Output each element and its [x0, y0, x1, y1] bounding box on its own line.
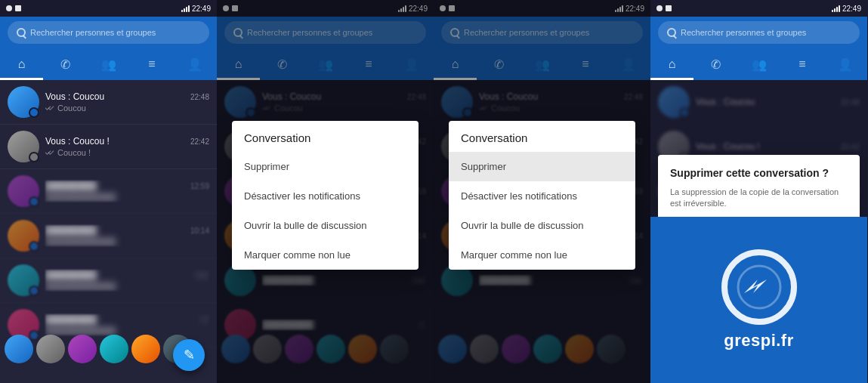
logo-circle [721, 249, 797, 325]
avatar-3 [8, 175, 39, 207]
search-placeholder-1: Rechercher personnes et groupes [30, 28, 156, 37]
menu-item-delete-2[interactable]: Supprimer [232, 152, 419, 181]
conv-name-6: ████████ [45, 314, 97, 325]
conv-time-4: 10:14 [190, 227, 209, 235]
time-4: 22:49 [842, 5, 861, 13]
menu-item-unread-3[interactable]: Marquer comme non lue [449, 240, 635, 270]
menu-item-notif-2[interactable]: Désactiver les notifications [232, 181, 419, 211]
dot-icon-1 [6, 5, 12, 11]
list-item: ████████ 10:14 ████████████ [0, 214, 217, 258]
avatar-2 [8, 131, 39, 162]
menu-item-unread-2[interactable]: Marquer comme non lue [232, 240, 419, 270]
avatar-badge-3 [29, 196, 39, 207]
mini-avatar-2 [36, 335, 65, 363]
conv-top-2: Vous : Coucou ! 22:42 [45, 136, 209, 147]
conv-top-4: ████████ 10:14 [45, 225, 209, 236]
conv-content-4: ████████ 10:14 ████████████ [45, 225, 209, 246]
dot-icon-7 [656, 5, 663, 11]
conv-name-5: ████████ [45, 270, 97, 280]
conv-msg-5: ████████████ [45, 282, 209, 291]
conv-name-1: Vous : Coucou [45, 91, 104, 102]
conv-name-2: Vous : Coucou ! [45, 136, 110, 147]
dot-icon-2 [15, 5, 21, 11]
search-input-4[interactable]: Rechercher personnes et groupes [658, 21, 860, 44]
mini-avatar-1 [5, 335, 33, 363]
conv-name-4: ████████ [45, 225, 97, 236]
conv-content-3: ████████ 12:59 ████████████ [45, 181, 209, 202]
conv-time-2: 22:42 [190, 137, 209, 146]
home-icon-4: ⌂ [669, 57, 676, 71]
avatar-badge-2 [29, 152, 39, 162]
tab-menu-4[interactable]: ≡ [780, 48, 823, 80]
tab-people-1[interactable]: 👥 [87, 48, 130, 80]
fab-button-1[interactable]: ✎ [173, 339, 205, 371]
avatar-5 [8, 264, 39, 296]
confirm-title-4: Supprimer cette conversation ? [670, 167, 848, 179]
avatar-4 [8, 220, 39, 252]
conv-msg-4: ████████████ [45, 237, 209, 246]
search-bar-4[interactable]: Rechercher personnes et groupes [650, 17, 867, 48]
conv-time-5: Hier [196, 271, 209, 280]
context-menu-3: Conversation Supprimer Désactiver les no… [449, 121, 635, 270]
search-bar-1[interactable]: Rechercher personnes et groupes [0, 17, 217, 48]
check-icon-1 [45, 105, 54, 111]
home-icon-1: ⌂ [18, 57, 26, 71]
avatar-badge-4 [29, 241, 39, 252]
tab-phone-4[interactable]: ✆ [693, 48, 737, 80]
tab-home-4[interactable]: ⌂ [650, 48, 693, 80]
mini-avatar-5 [131, 335, 160, 363]
phone-panel-4: 22:49 Rechercher personnes et groupes ⌂ … [650, 0, 867, 383]
phone-panel-2: 22:49 Rechercher personnes et groupes ⌂ … [217, 0, 434, 383]
conv-content-5: ████████ Hier ████████████ [45, 270, 209, 291]
menu-icon-4: ≡ [798, 57, 805, 71]
phone-panel-1: 22:49 Rechercher personnes et groupes ⌂ … [0, 0, 217, 383]
context-menu-title-3: Conversation [449, 121, 635, 152]
dot-icon-8 [666, 5, 672, 11]
avatar-badge-1 [29, 107, 39, 118]
conversation-list-1: Vous : Coucou 22:48 Coucou Vous : Coucou… [0, 80, 217, 383]
watermark-overlay: grespi.fr [650, 217, 867, 383]
menu-item-bubble-2[interactable]: Ouvrir la bulle de discussion [232, 211, 419, 240]
people-icon-4: 👥 [752, 57, 767, 72]
menu-item-notif-3[interactable]: Désactiver les notifications [449, 181, 635, 211]
conv-msg-1: Coucou [45, 103, 209, 113]
mini-avatar-3 [68, 335, 97, 363]
conv-name-3: ████████ [45, 181, 97, 191]
signal-icon-1 [181, 5, 190, 12]
tab-person-1[interactable]: 👤 [174, 48, 217, 80]
tab-phone-1[interactable]: ✆ [43, 48, 86, 80]
conv-time-3: 12:59 [190, 182, 209, 190]
phone-icon-1: ✆ [60, 57, 70, 72]
conv-time-1: 22:48 [190, 93, 209, 101]
compose-icon-1: ✎ [184, 347, 195, 363]
people-icon-1: 👥 [101, 57, 116, 72]
avatar-1 [8, 86, 39, 118]
list-item: ████████ 12:59 ████████████ [0, 169, 217, 214]
menu-item-bubble-3[interactable]: Ouvrir la bulle de discussion [449, 211, 635, 240]
phone-icon-4: ✆ [711, 57, 721, 72]
conv-time-6: 27 [201, 316, 209, 324]
search-input-1[interactable]: Rechercher personnes et groupes [8, 21, 209, 44]
nav-tabs-4: ⌂ ✆ 👥 ≡ 👤 [650, 48, 867, 80]
conv-content-2: Vous : Coucou ! 22:42 Coucou ! [45, 136, 209, 157]
tab-people-4[interactable]: 👥 [737, 48, 780, 80]
search-placeholder-4: Rechercher personnes et groupes [681, 28, 806, 37]
conv-top-6: ████████ 27 [45, 314, 209, 325]
check-icon-2 [45, 150, 54, 156]
tab-home-1[interactable]: ⌂ [0, 48, 43, 80]
signal-icon-4 [832, 5, 840, 12]
status-right-1: 22:49 [181, 5, 211, 13]
context-menu-2: Conversation Supprimer Désactiver les no… [232, 121, 419, 270]
list-item[interactable]: Vous : Coucou ! 22:42 Coucou ! [0, 125, 217, 169]
menu-icon-1: ≡ [148, 57, 155, 71]
conv-top-3: ████████ 12:59 [45, 181, 209, 191]
context-menu-title-2: Conversation [232, 121, 419, 152]
tab-person-4[interactable]: 👤 [824, 48, 867, 80]
tab-menu-1[interactable]: ≡ [130, 48, 173, 80]
nav-tabs-1: ⌂ ✆ 👥 ≡ 👤 [0, 48, 217, 80]
confirm-text-4: La suppression de la copie de la convers… [670, 187, 848, 210]
list-item[interactable]: Vous : Coucou 22:48 Coucou [0, 80, 217, 125]
menu-item-delete-3[interactable]: Supprimer [449, 152, 635, 181]
search-icon-4 [667, 28, 676, 37]
person-icon-1: 👤 [187, 57, 202, 72]
